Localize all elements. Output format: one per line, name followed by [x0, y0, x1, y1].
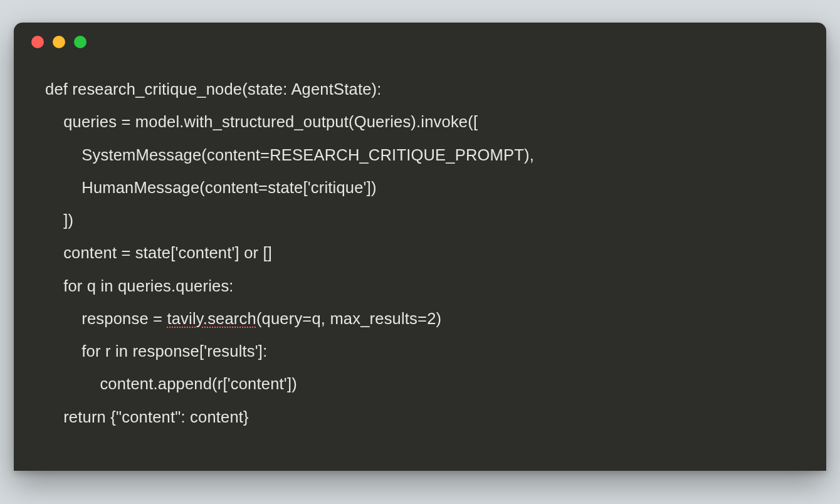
code-text: (query=q, max_results=2)	[256, 310, 441, 327]
close-icon[interactable]	[31, 36, 44, 48]
code-text: for q in queries.queries:	[63, 277, 233, 295]
code-line: def research_critique_node(state: AgentS…	[45, 73, 795, 105]
code-text: return {"content": content}	[63, 408, 249, 426]
window-titlebar	[14, 23, 826, 61]
code-text: response =	[81, 310, 167, 327]
code-text: SystemMessage(content=RESEARCH_CRITIQUE_…	[81, 146, 534, 164]
code-text: content.append(r['content'])	[100, 375, 297, 392]
code-window: def research_critique_node(state: AgentS…	[14, 23, 826, 471]
minimize-icon[interactable]	[53, 36, 65, 48]
code-line: queries = model.with_structured_output(Q…	[45, 105, 795, 138]
code-line: return {"content": content}	[45, 401, 795, 433]
code-block: def research_critique_node(state: AgentS…	[14, 61, 826, 471]
code-line: HumanMessage(content=state['critique'])	[45, 171, 795, 204]
code-line: for r in response['results']:	[45, 335, 795, 367]
code-text: def research_critique_node(state: AgentS…	[45, 80, 382, 98]
code-text: for r in response['results']:	[81, 342, 267, 360]
code-text: ])	[63, 211, 73, 229]
spellcheck-underline: tavily.search	[167, 310, 256, 327]
maximize-icon[interactable]	[74, 36, 87, 48]
code-text: content = state['content'] or []	[63, 244, 272, 261]
code-line: content.append(r['content'])	[45, 367, 795, 400]
code-line: content = state['content'] or []	[45, 236, 795, 269]
code-line: for q in queries.queries:	[45, 270, 795, 302]
code-text: HumanMessage(content=state['critique'])	[81, 179, 376, 196]
code-text: queries = model.with_structured_output(Q…	[63, 113, 478, 130]
code-line: response = tavily.search(query=q, max_re…	[45, 302, 795, 335]
code-line: SystemMessage(content=RESEARCH_CRITIQUE_…	[45, 139, 795, 171]
code-line: ])	[45, 204, 795, 236]
